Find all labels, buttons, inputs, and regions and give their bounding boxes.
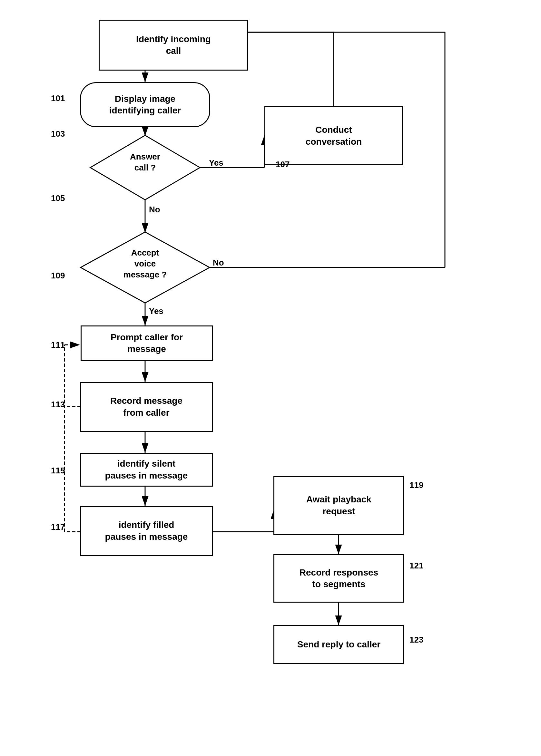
label-119: 119 [409, 480, 423, 490]
send-reply-box: Send reply to caller [273, 625, 404, 664]
display-image-box: Display image identifying caller [80, 82, 210, 127]
label-no1: No [149, 205, 160, 215]
label-117: 117 [51, 522, 65, 532]
label-101: 101 [51, 94, 65, 104]
label-105: 105 [51, 193, 65, 203]
answer-call-diamond-text: Answer call ? [110, 151, 181, 173]
label-yes1: Yes [209, 158, 224, 168]
label-107: 107 [275, 159, 289, 169]
identify-filled-box: identify filled pauses in message [80, 506, 213, 556]
conduct-conversation-box: Conduct conversation [265, 106, 403, 165]
accept-voice-diamond-text: Accept voice message ? [103, 247, 187, 280]
record-message-box: Record message from caller [80, 382, 213, 432]
label-113: 113 [51, 399, 65, 409]
label-115: 115 [51, 466, 65, 476]
label-111: 111 [51, 340, 65, 350]
label-109: 109 [51, 271, 65, 281]
label-121: 121 [409, 561, 423, 571]
record-responses-box: Record responses to segments [273, 554, 404, 603]
label-123: 123 [409, 635, 423, 645]
identify-silent-box: identify silent pauses in message [80, 453, 213, 487]
label-yes2: Yes [149, 306, 164, 316]
label-103: 103 [51, 129, 65, 139]
diagram-container: Identify incoming call Display image ide… [0, 0, 541, 756]
await-playback-box: Await playback request [273, 476, 404, 535]
identify-incoming-call-box: Identify incoming call [99, 20, 248, 71]
prompt-caller-box: Prompt caller for message [81, 326, 213, 361]
label-no2: No [213, 258, 224, 268]
